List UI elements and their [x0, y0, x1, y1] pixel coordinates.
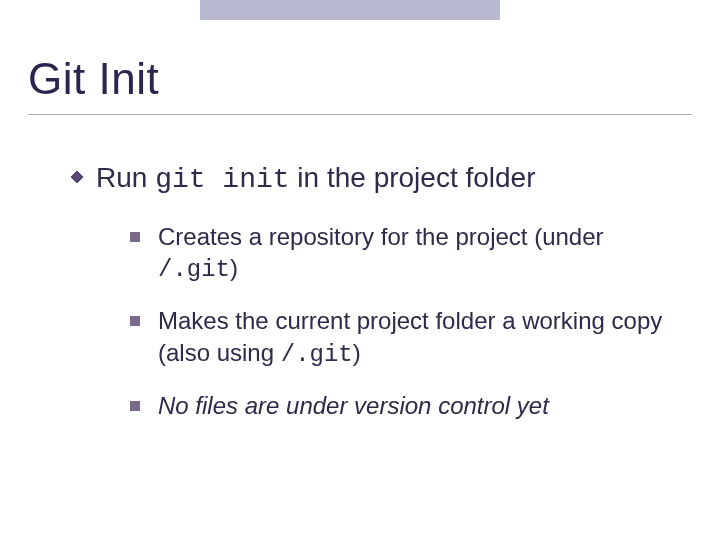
bullet-level2: Creates a repository for the project (un…: [130, 221, 680, 285]
top-decorative-bar: [200, 0, 500, 20]
text-code: /.git: [158, 256, 230, 283]
text-code: /.git: [281, 341, 353, 368]
text-pre: Makes the current project folder a worki…: [158, 307, 662, 365]
slide-title: Git Init: [28, 54, 159, 104]
bullet-level2-text: Creates a repository for the project (un…: [158, 221, 678, 285]
text-code: git init: [155, 164, 289, 195]
bullet-level2-text: No files are under version control yet: [158, 390, 549, 423]
svg-rect-0: [71, 171, 82, 182]
title-underline: [28, 114, 692, 115]
diamond-bullet-icon: [70, 170, 84, 184]
bullet-level1-text: Run git init in the project folder: [96, 160, 536, 197]
text-pre: Creates a repository for the project (un…: [158, 223, 604, 250]
bullet-level2: No files are under version control yet: [130, 390, 680, 423]
square-bullet-icon: [130, 401, 140, 411]
bullet-level1: Run git init in the project folder: [70, 160, 680, 197]
slide-content: Run git init in the project folder Creat…: [70, 160, 680, 443]
text-post: in the project folder: [290, 162, 536, 193]
text-post: ): [353, 339, 361, 366]
sub-bullet-list: Creates a repository for the project (un…: [130, 221, 680, 423]
text-pre: Run: [96, 162, 155, 193]
square-bullet-icon: [130, 232, 140, 242]
text-post: ): [230, 254, 238, 281]
slide: Git Init Run git init in the project fol…: [0, 0, 720, 540]
square-bullet-icon: [130, 316, 140, 326]
text-pre: No files are under version control yet: [158, 392, 549, 419]
bullet-level2-text: Makes the current project folder a worki…: [158, 305, 678, 369]
bullet-level2: Makes the current project folder a worki…: [130, 305, 680, 369]
